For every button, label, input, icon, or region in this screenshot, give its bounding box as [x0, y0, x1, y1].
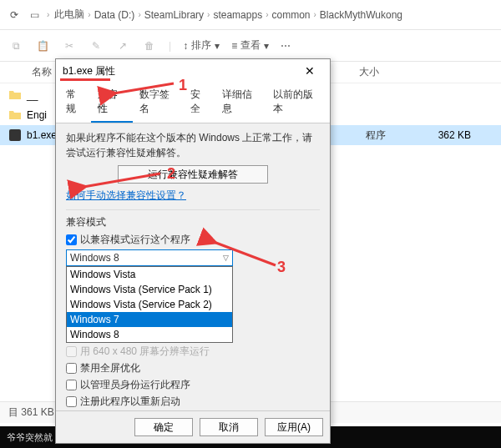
- manual-settings-link[interactable]: 如何手动选择兼容性设置？: [66, 189, 186, 203]
- compat-checkbox-input[interactable]: [66, 234, 77, 245]
- dialog-title: b1.exe 属性: [63, 64, 296, 78]
- compat-mode-group: 兼容模式 以兼容模式运行这个程序 Windows 8▽ Windows Vist…: [66, 209, 320, 266]
- run-admin-checkbox[interactable]: 以管理员身份运行此程序: [66, 378, 320, 392]
- delete-icon: 🗑: [142, 38, 157, 53]
- folder-icon: [8, 108, 22, 122]
- compat-mode-checkbox[interactable]: 以兼容模式运行这个程序: [66, 233, 320, 247]
- select-dropdown: Windows Vista Windows Vista (Service Pac…: [66, 266, 233, 343]
- disable-fullscreen-checkbox[interactable]: 禁用全屏优化: [66, 361, 320, 375]
- dialog-body: 如果此程序不能在这个版本的 Windows 上正常工作，请尝试运行兼容性疑难解答…: [56, 123, 330, 410]
- chevron-down-icon: ▽: [223, 254, 229, 262]
- apply-button[interactable]: 应用(A): [265, 418, 323, 436]
- select-display[interactable]: Windows 8▽: [66, 249, 233, 266]
- more-icon[interactable]: ⋯: [281, 40, 291, 52]
- cancel-button[interactable]: 取消: [200, 418, 258, 436]
- refresh-icon[interactable]: ⟳: [7, 8, 22, 23]
- tab-general[interactable]: 常规: [59, 83, 91, 123]
- tab-signatures[interactable]: 数字签名: [133, 83, 184, 123]
- register-restart-checkbox[interactable]: 注册此程序以重新启动: [66, 395, 320, 409]
- intro-text: 如果此程序不能在这个版本的 Windows 上正常工作，请尝试运行兼容性疑难解答…: [66, 130, 320, 160]
- tab-previous[interactable]: 以前的版本: [266, 83, 326, 123]
- address-bar: ⟳ ▭ › 此电脑› Data (D:)› SteamLibrary› stea…: [0, 0, 501, 30]
- option-win8[interactable]: Windows 8: [67, 327, 232, 342]
- chevron-right-icon: ›: [47, 10, 49, 19]
- tab-security[interactable]: 安全: [184, 83, 215, 123]
- explorer-toolbar: ⧉ 📋 ✂ ✎ ↗ 🗑 | ↕ 排序 ▾ ≡ 查看 ▾ ⋯: [0, 30, 501, 62]
- tab-details[interactable]: 详细信息: [215, 83, 266, 123]
- option-vista-sp2[interactable]: Windows Vista (Service Pack 2): [67, 297, 232, 312]
- paste-icon[interactable]: 📋: [35, 38, 50, 53]
- option-win7[interactable]: Windows 7: [67, 312, 232, 327]
- cut-icon: ✂: [62, 38, 77, 53]
- dialog-tabs: 常规 兼容性 数字签名 安全 详细信息 以前的版本: [56, 83, 330, 123]
- group-title: 兼容模式: [66, 215, 320, 229]
- view-button[interactable]: ≡ 查看 ▾: [231, 38, 269, 53]
- rename-icon: ✎: [89, 38, 104, 53]
- sort-button[interactable]: ↕ 排序 ▾: [183, 38, 220, 53]
- monitor-icon[interactable]: ▭: [27, 8, 42, 23]
- share-icon: ↗: [115, 38, 130, 53]
- tab-compatibility[interactable]: 兼容性: [91, 83, 133, 123]
- dialog-buttons: 确定 取消 应用(A): [56, 410, 330, 443]
- option-vista[interactable]: Windows Vista: [67, 267, 232, 282]
- ok-button[interactable]: 确定: [134, 418, 193, 436]
- copy-icon: ⧉: [8, 38, 23, 53]
- option-vista-sp1[interactable]: Windows Vista (Service Pack 1): [67, 282, 232, 297]
- folder-icon: [8, 88, 22, 102]
- svg-rect-0: [9, 129, 21, 141]
- header-size[interactable]: 大小: [359, 65, 493, 79]
- res640-checkbox: 用 640 x 480 屏幕分辨率运行: [66, 345, 320, 359]
- breadcrumb[interactable]: 此电脑› Data (D:)› SteamLibrary› steamapps›…: [54, 8, 494, 22]
- properties-dialog: b1.exe 属性 ✕ 常规 兼容性 数字签名 安全 详细信息 以前的版本 如果…: [55, 58, 331, 444]
- exe-icon: [8, 128, 22, 142]
- troubleshoot-button[interactable]: 运行兼容性疑难解答: [118, 165, 268, 184]
- dialog-titlebar: b1.exe 属性 ✕: [56, 59, 330, 83]
- compat-os-select[interactable]: Windows 8▽ Windows Vista Windows Vista (…: [66, 249, 233, 266]
- close-icon[interactable]: ✕: [296, 61, 323, 81]
